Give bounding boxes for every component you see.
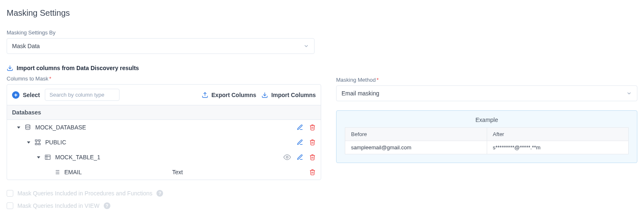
table-icon	[44, 154, 51, 161]
export-columns-label: Export Columns	[212, 92, 256, 98]
table-name: MOCK_TABLE_1	[55, 154, 100, 161]
mask-views-label: Mask Queries Included in VIEW	[17, 202, 100, 209]
mask-procs-label: Mask Queries Included in Procedures and …	[17, 190, 152, 197]
column-icon	[54, 169, 60, 175]
export-columns-button[interactable]: Export Columns	[202, 92, 256, 98]
select-button-label: Select	[23, 92, 40, 98]
masking-by-label: Masking Settings By	[7, 29, 321, 36]
chevron-down-icon	[626, 90, 632, 96]
tree-row-table[interactable]: MOCK_TABLE_1	[7, 150, 321, 165]
example-after-value: s*********@*****.**m	[487, 141, 629, 154]
select-button[interactable]: + Select	[12, 91, 40, 99]
columns-toolbar: + Select Export Columns Import Columns	[7, 85, 321, 105]
edit-table-button[interactable]	[297, 154, 303, 161]
svg-rect-4	[35, 140, 37, 141]
svg-point-3	[26, 124, 30, 126]
plus-icon: +	[12, 91, 20, 99]
view-table-button[interactable]	[283, 153, 291, 161]
example-after-header: After	[487, 128, 629, 141]
columns-to-mask-label: Columns to Mask*	[7, 75, 321, 82]
import-from-discovery-label: Import columns from Data Discovery resul…	[17, 65, 139, 71]
page-title: Masking Settings	[7, 8, 637, 18]
import-from-discovery-link[interactable]: Import columns from Data Discovery resul…	[7, 65, 321, 71]
example-title: Example	[345, 117, 629, 123]
example-table: Before After sampleemail@gmail.com s****…	[345, 127, 629, 154]
tree-row-column[interactable]: EMAIL Text	[7, 165, 321, 180]
chevron-down-icon	[303, 43, 309, 49]
caret-down-icon	[17, 127, 20, 129]
checkbox-icon	[7, 202, 13, 209]
delete-database-button[interactable]	[309, 124, 316, 131]
edit-database-button[interactable]	[297, 124, 303, 131]
svg-rect-5	[38, 140, 40, 141]
masking-by-dropdown[interactable]: Mask Data	[7, 38, 315, 54]
mask-views-checkbox-row[interactable]: Mask Queries Included in VIEW ?	[7, 202, 321, 209]
databases-header: Databases	[7, 105, 321, 120]
example-before-value: sampleemail@gmail.com	[345, 141, 487, 154]
schema-icon	[34, 139, 41, 146]
svg-rect-6	[35, 144, 37, 145]
download-icon	[7, 65, 13, 71]
import-columns-label: Import Columns	[271, 92, 316, 98]
svg-rect-7	[38, 144, 40, 145]
download-icon	[261, 92, 268, 98]
tree-row-schema[interactable]: PUBLIC	[7, 135, 321, 150]
checkbox-icon	[7, 190, 13, 197]
caret-down-icon	[27, 141, 30, 144]
delete-column-button[interactable]	[309, 169, 316, 175]
schema-name: PUBLIC	[45, 139, 66, 146]
edit-schema-button[interactable]	[297, 139, 303, 146]
column-name: EMAIL	[64, 169, 172, 175]
delete-table-button[interactable]	[309, 154, 316, 161]
search-input[interactable]	[45, 89, 120, 101]
tree-row-database[interactable]: MOCK_DATABASE	[7, 120, 321, 135]
help-icon[interactable]: ?	[156, 190, 163, 197]
delete-schema-button[interactable]	[309, 139, 316, 146]
masking-method-dropdown[interactable]: Email masking	[336, 85, 637, 101]
example-before-header: Before	[345, 128, 487, 141]
help-icon[interactable]: ?	[104, 202, 110, 209]
mask-procs-checkbox-row[interactable]: Mask Queries Included in Procedures and …	[7, 190, 321, 197]
svg-point-13	[286, 156, 288, 158]
masking-by-value: Mask Data	[12, 43, 40, 49]
database-icon	[24, 124, 31, 131]
svg-rect-10	[45, 155, 50, 160]
column-type: Text	[172, 169, 183, 175]
masking-method-label: Masking Method*	[336, 77, 637, 83]
upload-icon	[202, 92, 208, 98]
example-row: sampleemail@gmail.com s*********@*****.*…	[345, 141, 629, 154]
example-panel: Example Before After sampleemail@gmail.c…	[336, 110, 637, 163]
database-name: MOCK_DATABASE	[35, 124, 86, 131]
columns-panel: + Select Export Columns Import Columns	[7, 84, 321, 180]
import-columns-button[interactable]: Import Columns	[261, 92, 316, 98]
caret-down-icon	[37, 156, 40, 158]
masking-method-value: Email masking	[342, 90, 379, 97]
